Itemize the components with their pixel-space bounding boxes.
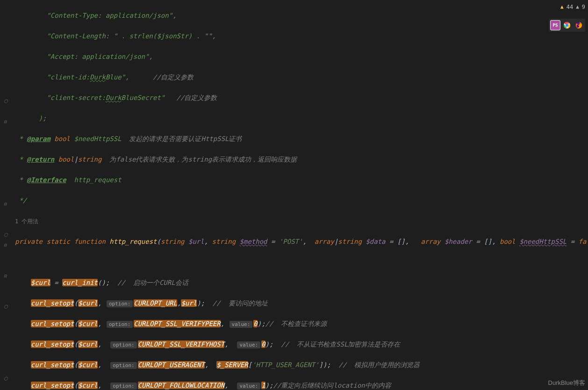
warning-count: 44 (566, 2, 573, 12)
gutter-lock-icon (4, 229, 9, 234)
phpstorm-icon[interactable]: PS (550, 20, 560, 30)
param-hint: option: (107, 300, 133, 307)
code-editor[interactable]: "Content-Type: application/json", "Conte… (13, 0, 457, 390)
gutter-lock-icon (4, 301, 9, 306)
firefox-icon[interactable] (574, 20, 584, 30)
gutter-collapse-icon[interactable] (4, 239, 9, 245)
svg-point-1 (566, 24, 568, 27)
gutter-collapse-icon[interactable] (4, 198, 9, 204)
browser-toolbar: PS (549, 19, 585, 32)
inspection-widget[interactable]: ▲ 44 ▲ 9 (560, 2, 585, 12)
gutter-collapse-icon[interactable] (4, 270, 9, 276)
function-name: http_request (109, 238, 157, 245)
watermark: DurkBlue博客 (548, 378, 585, 388)
editor-gutter (0, 0, 13, 390)
gutter-collapse-icon[interactable] (4, 116, 9, 121)
warning-icon: ▲ (560, 2, 564, 12)
gutter-lock-icon (4, 95, 9, 101)
gutter-lock-icon (4, 373, 9, 378)
weak-warning-count: 9 (582, 2, 585, 12)
usage-hint[interactable]: 1 个用法 (15, 218, 38, 225)
chrome-icon[interactable] (562, 20, 572, 30)
doc-param-tag: @param (27, 135, 50, 142)
doc-interface-tag: @Interface (27, 176, 66, 184)
weak-warning-icon: ▲ (576, 2, 579, 12)
doc-return-tag: @return (27, 156, 54, 163)
